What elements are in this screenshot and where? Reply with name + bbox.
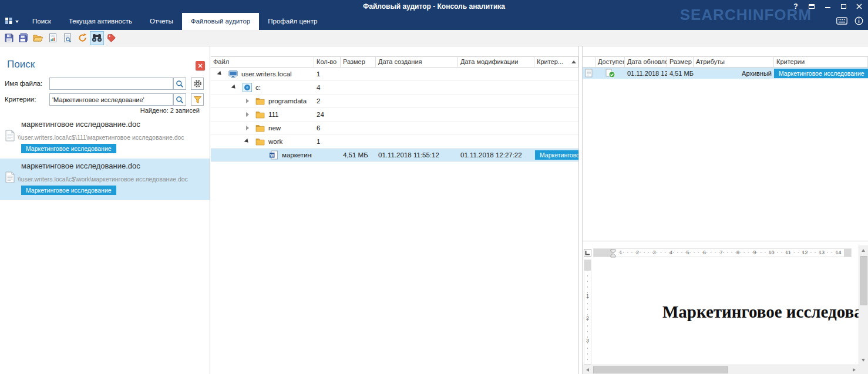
binoculars-search-button[interactable] <box>90 31 104 45</box>
close-window-icon[interactable] <box>855 2 863 11</box>
criteria-search-button[interactable] <box>173 93 186 106</box>
maximize-button[interactable] <box>839 2 847 11</box>
window-controls: ? <box>792 0 863 13</box>
col-created[interactable]: Дата создания <box>376 57 458 67</box>
search-result-item-selected[interactable]: маркетинговое исследование.doc \\user.wr… <box>0 159 210 200</box>
arrow-right-icon <box>853 368 856 372</box>
save-button[interactable] <box>2 31 16 45</box>
expander-open-icon[interactable] <box>232 85 238 90</box>
scroll-left-button[interactable] <box>583 365 592 374</box>
sort-ascending-icon <box>571 60 576 63</box>
criteria-tag-badge: Маркетинговое исследование <box>21 186 116 195</box>
scroll-up-button[interactable] <box>859 245 868 255</box>
scroll-right-button[interactable] <box>849 365 859 374</box>
tree-row-programdata[interactable]: programdata 2 <box>211 95 578 108</box>
criteria-input[interactable] <box>49 93 173 106</box>
folder-icon <box>255 124 265 132</box>
toolbar <box>0 30 868 46</box>
tree-row-work[interactable]: work 1 <box>211 135 578 149</box>
save-all-button[interactable] <box>16 31 31 45</box>
settings-button[interactable] <box>191 78 204 90</box>
details-col-updated[interactable]: Дата обновления <box>625 57 667 67</box>
tag-button[interactable] <box>105 31 119 45</box>
details-row[interactable]: 01.11.2018 12:27:22 4,51 МБ Архивный Мар… <box>583 68 868 79</box>
ruler-number: 8 <box>736 250 739 255</box>
ruler-number: 11 <box>785 250 790 255</box>
details-header: Доступен Дата обновления Размер Атрибуты… <box>583 56 868 68</box>
details-col-size[interactable]: Размер <box>667 57 694 67</box>
app-menu-button[interactable] <box>0 13 23 30</box>
tab-search[interactable]: Поиск <box>23 13 60 30</box>
tree-row-drive-c[interactable]: c: 4 <box>211 81 578 95</box>
details-col-available[interactable]: Доступен <box>596 57 625 67</box>
details-col-criteria[interactable]: Критерии <box>774 57 868 67</box>
col-count[interactable]: Кол-во <box>314 57 341 67</box>
col-modified[interactable]: Дата модификации <box>458 57 534 67</box>
ruler-number: 7 <box>719 250 722 255</box>
details-col-icon[interactable] <box>583 57 596 67</box>
criteria-tag-badge: Маркетинговое исследование <box>535 150 578 160</box>
expander-closed-icon[interactable] <box>245 98 251 104</box>
filter-button[interactable] <box>191 93 204 106</box>
col-criteria[interactable]: Критер... <box>534 57 578 67</box>
tab-selector-button[interactable] <box>584 249 591 257</box>
arrow-left-icon <box>586 368 589 372</box>
ruler-number: 14 <box>835 250 841 255</box>
vertical-scroll-thumb[interactable] <box>860 256 867 305</box>
horizontal-scrollbar[interactable] <box>583 365 859 374</box>
report-chart-button[interactable] <box>46 31 60 45</box>
ruler-number: 10 <box>768 250 774 255</box>
tree-row-new[interactable]: new 6 <box>211 122 578 135</box>
vertical-scrollbar[interactable] <box>859 245 868 365</box>
scroll-down-button[interactable] <box>859 355 868 365</box>
horizontal-splitter[interactable] <box>583 241 868 245</box>
window-icon[interactable] <box>808 2 816 11</box>
open-folder-button[interactable] <box>31 31 45 45</box>
filter-icon <box>193 96 202 104</box>
tree-row-111[interactable]: 111 24 <box>211 108 578 122</box>
expander-open-icon[interactable] <box>245 139 251 144</box>
tree-node-label: маркетинговое исследование.doc <box>282 151 312 159</box>
ruler-number: 5 <box>686 250 689 255</box>
horizontal-ruler[interactable]: 1234567891011121314 <box>593 248 852 257</box>
file-page-icon <box>583 68 596 79</box>
tree-node-label: user.writers.local <box>241 70 292 78</box>
indent-marker-icon[interactable] <box>610 249 616 259</box>
tree-node-label: programdata <box>268 97 307 105</box>
search-icon <box>176 80 184 88</box>
info-icon[interactable] <box>854 16 863 26</box>
tab-current-activity[interactable]: Текущая активность <box>60 13 141 30</box>
tab-profile-center[interactable]: Профайл центр <box>259 13 326 30</box>
search-icon <box>176 96 184 104</box>
tree-node-label: work <box>268 138 282 145</box>
tree-row-file-selected[interactable]: W маркетинговое исследование.doc 4,51 МБ… <box>211 149 578 162</box>
close-search-panel-button[interactable] <box>196 61 205 70</box>
v-ruler-numbers: 123 <box>584 260 591 364</box>
keyboard-icon[interactable] <box>836 17 847 26</box>
search-result-item[interactable]: маркетинговое исследование.doc \\user.wr… <box>0 117 210 159</box>
minimize-button[interactable] <box>823 2 832 11</box>
filename-input[interactable] <box>49 78 173 90</box>
col-file[interactable]: Файл <box>211 57 314 67</box>
tree-row-user-writers-local[interactable]: user.writers.local 1 <box>211 68 578 81</box>
help-button[interactable]: ? <box>792 2 800 11</box>
refresh-button[interactable] <box>75 31 89 45</box>
folder-icon <box>255 110 265 119</box>
result-path: \\user.writers.local\c$\work\маркетингов… <box>18 176 210 183</box>
col-size[interactable]: Размер <box>341 57 376 67</box>
details-col-attributes[interactable]: Атрибуты <box>694 57 774 67</box>
expander-open-icon[interactable] <box>218 71 224 77</box>
vertical-ruler[interactable]: 123 <box>584 260 591 365</box>
document-icon <box>5 130 15 143</box>
expander-closed-icon[interactable] <box>245 125 251 131</box>
report-search-button[interactable] <box>60 31 75 45</box>
folder-icon <box>255 137 265 146</box>
tab-reports[interactable]: Отчеты <box>141 13 182 30</box>
horizontal-scroll-thumb[interactable] <box>593 366 728 373</box>
tab-file-auditor[interactable]: Файловый аудитор <box>182 13 260 30</box>
tree-node-label: c: <box>255 84 261 91</box>
app-menu-grid-icon <box>5 17 13 26</box>
expander-closed-icon[interactable] <box>245 112 251 117</box>
criteria-label: Критерии: <box>5 96 36 103</box>
filename-search-button[interactable] <box>173 78 186 90</box>
